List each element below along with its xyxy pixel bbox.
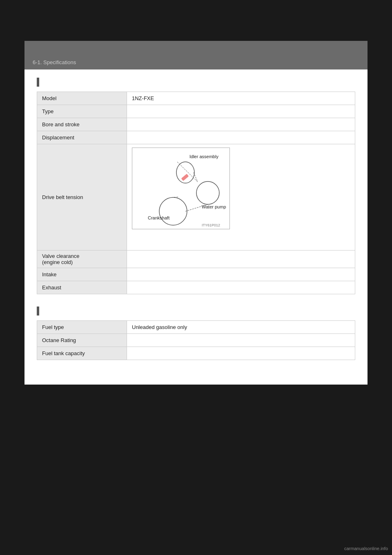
content-area: Model 1NZ-FXE Type Bore and stroke Displ… <box>24 69 368 385</box>
idler-label: Idler assembly <box>189 154 218 159</box>
fuel-spec-table: Fuel type Unleaded gasoline only Octane … <box>37 320 355 360</box>
table-row: Bore and stroke <box>37 118 355 131</box>
table-row: Fuel type Unleaded gasoline only <box>37 321 355 334</box>
svg-line-4 <box>194 172 198 182</box>
drive-belt-value: Idler assembly Water pump Crankshaft ITY… <box>127 144 355 251</box>
header-bar: 6-1. Specifications <box>24 41 368 69</box>
intake-value <box>127 268 355 281</box>
svg-rect-7 <box>181 174 189 181</box>
crankshaft-label: Crankshaft <box>148 215 169 220</box>
bore-stroke-label: Bore and stroke <box>37 118 127 131</box>
type-label: Type <box>37 105 127 118</box>
table-row: Model 1NZ-FXE <box>37 92 355 105</box>
model-value: 1NZ-FXE <box>127 92 355 105</box>
header-title: 6-1. Specifications <box>33 59 76 65</box>
intake-label: Intake <box>37 268 127 281</box>
table-row: Exhaust <box>37 281 355 294</box>
fuel-section-header <box>37 307 355 316</box>
drive-belt-diagram: Idler assembly Water pump Crankshaft ITY… <box>132 148 230 229</box>
engine-spec-table: Model 1NZ-FXE Type Bore and stroke Displ… <box>37 92 355 294</box>
octane-rating-label: Octane Rating <box>37 334 127 347</box>
table-row: Valve clearance(engine cold) <box>37 251 355 268</box>
displacement-label: Displacement <box>37 131 127 144</box>
page-container: 6-1. Specifications Model 1NZ-FXE Type <box>0 0 392 555</box>
table-row: Displacement <box>37 131 355 144</box>
fuel-tank-value <box>127 347 355 360</box>
svg-point-1 <box>196 181 219 204</box>
engine-section-header <box>37 78 355 87</box>
drive-belt-row: Drive belt tension <box>37 144 355 251</box>
valve-clearance-label: Valve clearance(engine cold) <box>37 251 127 268</box>
table-row: Octane Rating <box>37 334 355 347</box>
watermark: carmanualsonline.info <box>344 546 388 551</box>
fuel-type-value: Unleaded gasoline only <box>127 321 355 334</box>
fuel-section-bar <box>37 307 39 316</box>
type-value <box>127 105 355 118</box>
diagram-code: ITY61P012 <box>202 223 220 227</box>
table-row: Intake <box>37 268 355 281</box>
model-label: Model <box>37 92 127 105</box>
fuel-tank-label: Fuel tank capacity <box>37 347 127 360</box>
fuel-type-label: Fuel type <box>37 321 127 334</box>
bore-stroke-value <box>127 118 355 131</box>
engine-section-bar <box>37 78 39 87</box>
svg-point-2 <box>159 197 187 225</box>
water-pump-label: Water pump <box>202 204 226 209</box>
displacement-value <box>127 131 355 144</box>
drive-belt-label: Drive belt tension <box>37 144 127 251</box>
octane-rating-value <box>127 334 355 347</box>
belt-diagram-svg: Idler assembly Water pump Crankshaft ITY… <box>132 148 230 230</box>
svg-point-0 <box>176 162 194 183</box>
exhaust-value <box>127 281 355 294</box>
table-row: Fuel tank capacity <box>37 347 355 360</box>
table-row: Type <box>37 105 355 118</box>
valve-clearance-value <box>127 251 355 268</box>
exhaust-label: Exhaust <box>37 281 127 294</box>
